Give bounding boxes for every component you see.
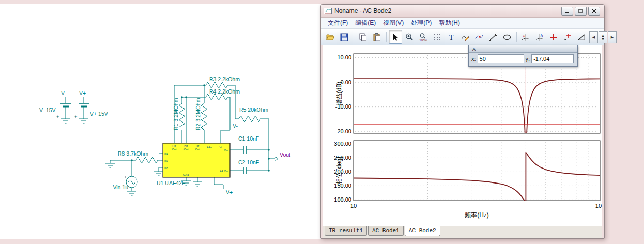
ellipse-icon	[502, 33, 512, 42]
bode-plots: 10.000.00-10.00-20.00增益(dB)300.00250.002…	[323, 45, 602, 226]
ellipse-button[interactable]	[500, 30, 514, 44]
menu-help[interactable]: 帮助(H)	[435, 18, 464, 28]
close-icon	[592, 9, 596, 13]
slope-button[interactable]	[575, 30, 588, 44]
tab-ac-bode1[interactable]: AC Bode1	[368, 226, 404, 236]
cursor-panel-header[interactable]: A	[469, 45, 577, 53]
magnifier-100-icon: 100%	[419, 33, 428, 42]
cursor-icon	[391, 33, 400, 42]
svg-text:R3 2.2kOhm: R3 2.2kOhm	[209, 76, 240, 82]
svg-text:Out: Out	[172, 148, 177, 151]
svg-text:R2 3.2MOhm: R2 3.2MOhm	[195, 98, 201, 130]
draw-curve-button[interactable]	[458, 30, 472, 44]
paste-button[interactable]	[370, 30, 384, 44]
svg-text:+: +	[56, 114, 59, 119]
titlebar[interactable]: Noname - AC Bode2	[321, 5, 604, 18]
y-tick-label: -20.00	[335, 128, 351, 134]
y-axis-label: 相位 [deg]	[335, 157, 343, 185]
toolbar-separator	[386, 32, 387, 42]
marker-button[interactable]	[547, 30, 560, 44]
line-icon	[488, 33, 498, 42]
x-tick-label: 10	[350, 203, 357, 209]
menubar: 文件(F) 编辑(E) 视图(V) 处理(P) 帮助(H)	[321, 18, 604, 29]
grid-icon	[433, 33, 442, 42]
paste-icon	[372, 33, 381, 42]
nav-left-button[interactable]: ◀	[589, 31, 598, 43]
phase-curve	[354, 152, 600, 203]
edit-curve-button[interactable]	[472, 30, 486, 44]
gain-curve	[354, 79, 600, 156]
svg-text:100%: 100%	[419, 38, 427, 41]
cursor-x-label: x:	[471, 56, 476, 62]
toolbar-separator	[516, 32, 517, 42]
cursor-panel-body: x: 50 y: -17.04	[469, 53, 577, 65]
svg-text:R6 3.7kOhm: R6 3.7kOhm	[118, 150, 148, 157]
zoom-reset-button[interactable]: 100%	[417, 30, 430, 44]
cursor-x-input[interactable]: 50	[478, 54, 524, 63]
y-tick-label: 300.00	[334, 141, 351, 147]
toolbar-separator	[354, 32, 354, 42]
slope-icon	[577, 33, 586, 42]
tab-tr-result1[interactable]: TR result1	[325, 226, 367, 236]
svg-text:R4 2.2kOhm: R4 2.2kOhm	[209, 88, 240, 95]
nav-right-button[interactable]: ▶	[608, 31, 617, 43]
text-icon: T	[447, 33, 456, 42]
window-title: Noname - AC Bode2	[334, 7, 560, 14]
cursor-y-input[interactable]: -17.04	[531, 54, 574, 63]
svg-text:V-: V-	[61, 90, 66, 96]
cursor-b-button[interactable]: b	[533, 30, 546, 44]
menu-file[interactable]: 文件(F)	[324, 18, 351, 28]
svg-text:a: a	[523, 33, 526, 38]
svg-text:T: T	[449, 34, 454, 41]
maximize-button[interactable]	[575, 7, 587, 16]
select-button[interactable]	[389, 30, 402, 44]
close-button[interactable]	[588, 7, 600, 16]
zoom-in-button[interactable]	[403, 30, 416, 44]
red-cross-arrow-icon	[563, 33, 572, 42]
svg-text:V+: V+	[79, 90, 86, 96]
svg-text:+: +	[124, 175, 127, 180]
app-icon	[324, 8, 332, 14]
grid-button[interactable]	[431, 30, 444, 44]
svg-text:+: +	[74, 114, 77, 119]
cursor-panel-title: A	[472, 47, 476, 52]
cursor-a-icon: a	[521, 33, 530, 42]
menu-view[interactable]: 视图(V)	[379, 18, 407, 28]
cursor-coordinate-panel[interactable]: A x: 50 y: -17.04	[468, 45, 578, 67]
cursor-a-button[interactable]: a	[519, 30, 532, 44]
svg-text:Out: Out	[195, 148, 200, 151]
toolbar: 100% T	[321, 29, 604, 45]
schematic-canvas[interactable]	[0, 4, 321, 239]
x-tick-label: 100	[595, 203, 602, 209]
magnifier-plus-icon	[405, 33, 414, 42]
net-label-vminus: V-	[233, 123, 238, 129]
menu-process[interactable]: 处理(P)	[407, 18, 435, 28]
add-marker-button[interactable]	[561, 30, 574, 44]
svg-text:R5 20kOhm: R5 20kOhm	[239, 106, 268, 113]
right-arrow-icon: ▶	[611, 35, 614, 39]
schematic-editor[interactable]: V- + V- 15V V+ + V+ 15V R3 2.2kOhm R4 2.…	[0, 0, 321, 244]
copy-button[interactable]	[356, 30, 370, 44]
svg-text:V- 15V: V- 15V	[39, 107, 56, 113]
diagram-window: Noname - AC Bode2 文件(F) 编辑(E) 视图(V) 处理(P…	[320, 4, 605, 239]
nav-up-down-button[interactable]: ▲▼	[599, 31, 607, 43]
plot-border	[354, 141, 600, 201]
down-arrow-icon: ▼	[601, 37, 605, 41]
tab-ac-bode2[interactable]: AC Bode2	[405, 226, 440, 236]
save-icon	[340, 33, 349, 42]
line-button[interactable]	[486, 30, 500, 44]
net-label-vplus: V+	[226, 189, 233, 195]
save-button[interactable]	[338, 30, 351, 44]
text-button[interactable]: T	[444, 30, 458, 44]
red-cross-icon	[549, 33, 558, 42]
svg-text:C1 10nF: C1 10nF	[238, 135, 259, 142]
copy-icon	[358, 33, 367, 42]
svg-text:V-: V-	[219, 146, 222, 149]
cursor-b-icon: b	[535, 33, 544, 42]
open-button[interactable]	[324, 30, 337, 44]
curve-point-icon	[474, 33, 484, 42]
svg-text:R1 3.2MOhm: R1 3.2MOhm	[173, 98, 179, 130]
minimize-button[interactable]	[561, 7, 573, 16]
menu-edit[interactable]: 编辑(E)	[351, 18, 379, 28]
x-axis-label: 频率(Hz)	[464, 211, 489, 219]
